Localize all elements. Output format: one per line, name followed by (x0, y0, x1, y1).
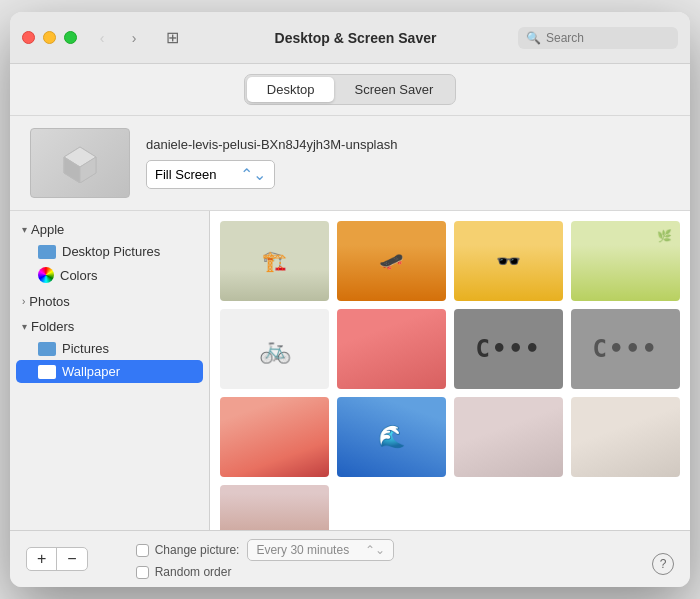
fill-mode-row: Fill Screen ⌃⌄ (146, 160, 397, 189)
random-order-checkbox[interactable] (136, 566, 149, 579)
nav-buttons: ‹ › (89, 28, 147, 48)
gallery: 🏗️ 🛹 🕶️ 🌿 🚲 C••• C••• 🌊 ▮▮▮▮ (210, 211, 690, 530)
bottom-bar: + − Change picture: Every 30 minutes ⌃⌄ (10, 530, 690, 587)
change-picture-row: Change picture: Every 30 minutes ⌃⌄ (136, 539, 674, 561)
wallpaper-item-9[interactable] (220, 397, 329, 477)
sidebar-item-label-pictures: Pictures (62, 341, 109, 356)
add-button[interactable]: + (27, 548, 57, 570)
forward-button[interactable]: › (121, 28, 147, 48)
wallpaper-item-2[interactable]: 🛹 (337, 221, 446, 301)
sidebar-section-label-photos: Photos (29, 294, 69, 309)
random-order-row: Random order (136, 565, 674, 579)
dropdown-arrow-icon: ⌃⌄ (240, 165, 266, 184)
back-button[interactable]: ‹ (89, 28, 115, 48)
sidebar-section-apple: ▾ Apple Desktop Pictures Colors (10, 219, 209, 287)
random-order-label: Random order (155, 565, 232, 579)
change-picture-checkbox-label: Change picture: (136, 543, 240, 557)
add-remove-buttons: + − (26, 547, 88, 571)
wallpaper-item-3[interactable]: 🕶️ (454, 221, 563, 301)
sidebar-item-pictures[interactable]: Pictures (10, 337, 209, 360)
wallpaper-item-5[interactable]: 🚲 (220, 309, 329, 389)
colors-icon (38, 267, 54, 283)
folder-icon (38, 245, 56, 259)
main-content: ▾ Apple Desktop Pictures Colors › Photos (10, 211, 690, 530)
sidebar-header-folders[interactable]: ▾ Folders (10, 316, 209, 337)
sidebar-item-label-wallpaper: Wallpaper (62, 364, 120, 379)
time-dropdown-arrow-icon: ⌃⌄ (365, 543, 385, 557)
preview-thumbnail (30, 128, 130, 198)
chevron-right-icon: › (22, 296, 25, 307)
close-button[interactable] (22, 31, 35, 44)
folder-icon-2 (38, 342, 56, 356)
sidebar-item-label: Desktop Pictures (62, 244, 160, 259)
sidebar-item-label: Colors (60, 268, 98, 283)
wallpaper-item-8[interactable]: C••• (571, 309, 680, 389)
tabbar: Desktop Screen Saver (10, 64, 690, 116)
bottom-right: Change picture: Every 30 minutes ⌃⌄ Rand… (136, 539, 674, 579)
sidebar-item-wallpaper[interactable]: Wallpaper (16, 360, 203, 383)
sidebar-section-label-apple: Apple (31, 222, 64, 237)
wallpaper-item-4[interactable]: 🌿 (571, 221, 680, 301)
fill-mode-dropdown[interactable]: Fill Screen ⌃⌄ (146, 160, 275, 189)
help-button[interactable]: ? (652, 553, 674, 575)
gallery-container: 🏗️ 🛹 🕶️ 🌿 🚲 C••• C••• 🌊 ▮▮▮▮ (210, 211, 690, 530)
window-title: Desktop & Screen Saver (193, 30, 518, 46)
preview-filename: daniele-levis-pelusi-BXn8J4yjh3M-unsplas… (146, 137, 397, 152)
chevron-down-icon: ▾ (22, 224, 27, 235)
sidebar-section-folders: ▾ Folders Pictures Wallpaper (10, 316, 209, 383)
wallpaper-item-12[interactable] (571, 397, 680, 477)
bottom-controls: + − Change picture: Every 30 minutes ⌃⌄ (26, 539, 674, 579)
sidebar-item-colors[interactable]: Colors (10, 263, 209, 287)
search-input[interactable] (546, 31, 670, 45)
wallpaper-item-6[interactable] (337, 309, 446, 389)
sidebar-section-label-folders: Folders (31, 319, 74, 334)
wallpaper-item-13[interactable]: ▮▮▮▮ (220, 485, 329, 530)
search-box: 🔍 (518, 27, 678, 49)
grid-button[interactable]: ⊞ (159, 28, 185, 48)
tab-screen-saver[interactable]: Screen Saver (334, 77, 453, 102)
fill-mode-label: Fill Screen (155, 167, 216, 182)
wallpaper-item-11[interactable] (454, 397, 563, 477)
remove-button[interactable]: − (57, 548, 86, 570)
time-interval-label: Every 30 minutes (256, 543, 349, 557)
time-interval-dropdown[interactable]: Every 30 minutes ⌃⌄ (247, 539, 394, 561)
preview-info: daniele-levis-pelusi-BXn8J4yjh3M-unsplas… (146, 137, 397, 189)
random-order-checkbox-label: Random order (136, 565, 232, 579)
sidebar-header-photos[interactable]: › Photos (10, 291, 209, 312)
sidebar-section-photos: › Photos (10, 291, 209, 312)
preview-area: daniele-levis-pelusi-BXn8J4yjh3M-unsplas… (10, 116, 690, 211)
wallpaper-item-10[interactable]: 🌊 (337, 397, 446, 477)
search-icon: 🔍 (526, 31, 541, 45)
tab-group: Desktop Screen Saver (244, 74, 456, 105)
zoom-button[interactable] (64, 31, 77, 44)
traffic-lights (22, 31, 77, 44)
wallpaper-item-1[interactable]: 🏗️ (220, 221, 329, 301)
sidebar-item-desktop-pictures[interactable]: Desktop Pictures (10, 240, 209, 263)
tab-desktop[interactable]: Desktop (247, 77, 335, 102)
folder-icon-3 (38, 365, 56, 379)
sidebar-header-apple[interactable]: ▾ Apple (10, 219, 209, 240)
chevron-down-icon-2: ▾ (22, 321, 27, 332)
change-picture-label: Change picture: (155, 543, 240, 557)
cube-icon (60, 143, 100, 183)
window: ‹ › ⊞ Desktop & Screen Saver 🔍 Desktop S… (10, 12, 690, 587)
minimize-button[interactable] (43, 31, 56, 44)
wallpaper-item-7[interactable]: C••• (454, 309, 563, 389)
titlebar: ‹ › ⊞ Desktop & Screen Saver 🔍 (10, 12, 690, 64)
sidebar: ▾ Apple Desktop Pictures Colors › Photos (10, 211, 210, 530)
change-picture-checkbox[interactable] (136, 544, 149, 557)
